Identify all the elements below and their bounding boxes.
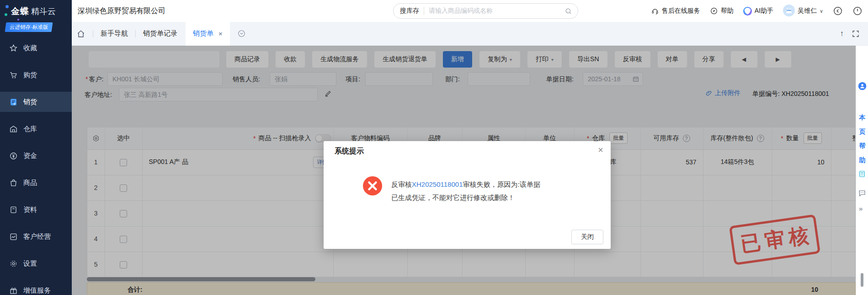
help-strip: 本 页 帮 助 » [856, 46, 868, 295]
warehouse-icon [9, 125, 18, 133]
sidebar-nav: 收藏 购货 销货 仓库 资金 商品 [0, 38, 72, 295]
floating-service-icon[interactable] [857, 81, 867, 93]
search-input[interactable]: 请输入商品编码或名称 [429, 7, 564, 15]
dialog-message: 反审核XH20250118001审核失败，原因为:该单据 已生成凭证，不能对它进… [391, 178, 565, 204]
sidebar-item-purchase[interactable]: 购货 [0, 65, 72, 85]
tab-divider [93, 30, 93, 37]
inventory-search-box[interactable]: 搜库存 请输入商品编码或名称 [393, 3, 578, 19]
expand-icon[interactable] [852, 30, 860, 38]
brand-name-light: 精斗云 [31, 7, 56, 16]
main-content: 商品记录 收款 生成物流服务 生成销货退货单 新增 复制为▾ 打印▾ 导出SN … [72, 46, 868, 295]
help-char: 本 [856, 111, 868, 125]
sidebar-item-goods[interactable]: 商品 [0, 173, 72, 193]
headset-icon [651, 7, 659, 15]
chart-icon [9, 232, 18, 241]
chevron-down-icon: ∨ [820, 8, 823, 14]
home-icon [76, 29, 85, 38]
sidebar-item-label: 销货 [23, 98, 37, 106]
error-icon [362, 176, 383, 196]
sidebar-item-label: 资金 [23, 152, 37, 160]
sidebar-item-label: 购货 [23, 71, 37, 79]
tab-list-dropdown-button[interactable] [237, 29, 246, 38]
dialog-message-line2: 已生成凭证，不能对它进行修改或删除！ [391, 191, 565, 204]
top-actions: 售后在线服务 帮助 AI助手 吴维仁 ∨ [651, 0, 863, 22]
search-icon[interactable] [564, 7, 572, 15]
star-icon [9, 44, 18, 53]
dialog-close-button[interactable]: 关闭 [571, 230, 603, 244]
logo-dot-purple [17, 19, 19, 21]
user-name: 吴维仁 [798, 7, 817, 15]
tabbar-right-tools: ↑ [840, 22, 860, 46]
after-sales-service-button[interactable]: 售后在线服务 [651, 7, 700, 15]
search-scope-label: 搜库存 [400, 7, 424, 15]
gift-icon [9, 286, 18, 295]
back-arrow-icon [833, 6, 843, 16]
brand-name-bold: 金蝶 [11, 6, 29, 16]
sidebar-item-funds[interactable]: 资金 [0, 146, 72, 166]
sidebar-item-label: 仓库 [23, 125, 37, 133]
edition-badge: 云进销存·标准版 [5, 22, 53, 32]
sidebar-item-label: 商品 [23, 179, 37, 187]
help-char: 帮 [856, 139, 868, 153]
logo-dot-blue [5, 5, 9, 8]
sidebar-item-label: 设置 [23, 259, 37, 268]
user-menu[interactable]: 吴维仁 ∨ [783, 5, 823, 18]
help-button[interactable]: 帮助 [710, 7, 734, 15]
chat-bubble-icon [858, 189, 866, 197]
doc-number-link[interactable]: XH20250118001 [412, 180, 463, 188]
app-root: 金蝶精斗云 云进销存·标准版 收藏 购货 销货 仓库 资金 [0, 0, 868, 295]
after-sales-label: 售后在线服务 [662, 7, 700, 15]
dialog-close-icon[interactable]: × [598, 145, 603, 155]
calculator-button[interactable] [858, 170, 866, 180]
sidebar-item-value-added[interactable]: 增值服务 [0, 280, 72, 295]
dialog-message-line1: 反审核XH20250118001审核失败，原因为:该单据 [391, 178, 565, 191]
gear-icon [9, 259, 18, 268]
sidebar-item-customer-ops[interactable]: 客户经营 [0, 227, 72, 247]
cart-icon [9, 71, 18, 79]
ai-assistant-button[interactable]: AI助手 [743, 7, 773, 16]
yen-circle-icon [9, 152, 18, 160]
help-char: 页 [856, 125, 868, 139]
collapse-strip-icon[interactable]: » [859, 205, 863, 212]
sidebar-item-warehouse[interactable]: 仓库 [0, 119, 72, 139]
home-tab-button[interactable] [76, 29, 85, 38]
system-prompt-dialog: 系统提示 × 反审核XH20250118001审核失败，原因为:该单据 已生成凭… [324, 141, 611, 249]
tab-label: 销货单 [193, 29, 213, 38]
sidebar-item-favorites[interactable]: 收藏 [0, 38, 72, 58]
logo-dot-teal [5, 13, 7, 16]
compass-icon [710, 7, 718, 15]
sidebar: 金蝶精斗云 云进销存·标准版 收藏 购货 销货 仓库 资金 [0, 0, 72, 295]
top-bar: 深圳绿色原野贸易有限公司 搜库存 请输入商品编码或名称 售后在线服务 帮助 AI… [72, 0, 868, 22]
collapse-up-icon[interactable]: ↑ [840, 29, 844, 38]
company-name: 深圳绿色原野贸易有限公司 [78, 6, 165, 16]
feedback-chat-button[interactable] [858, 189, 866, 199]
sidebar-item-sales[interactable]: 销货 [0, 92, 72, 112]
dialog-title: 系统提示 [335, 147, 364, 156]
tab-close-icon[interactable]: × [218, 30, 223, 37]
circle-chevron-down-icon [237, 29, 246, 38]
sales-doc-icon [9, 98, 18, 106]
sidebar-item-settings[interactable]: 设置 [0, 253, 72, 274]
calculator-icon [858, 170, 866, 178]
sidebar-item-data[interactable]: 资料 [0, 200, 72, 220]
power-icon [852, 6, 863, 16]
back-button[interactable] [833, 6, 843, 16]
tab-sales-order-list[interactable]: 销货单记录 [143, 29, 177, 38]
page-help-button[interactable]: 本 页 帮 助 [856, 111, 868, 167]
help-label: 帮助 [721, 7, 734, 15]
logout-button[interactable] [852, 6, 863, 16]
tab-divider [135, 30, 136, 37]
vertical-scrollbar[interactable] [861, 273, 863, 287]
tab-bar: 新手导航 销货单记录 销货单 × ↑ [72, 22, 868, 46]
bag-icon [9, 179, 18, 187]
help-char: 助 [856, 153, 868, 167]
ai-assistant-label: AI助手 [755, 7, 773, 15]
sidebar-item-label: 客户经营 [23, 232, 51, 241]
ai-assistant-icon [743, 7, 752, 16]
tab-beginner-guide[interactable]: 新手导航 [101, 29, 128, 38]
tab-sales-order-active[interactable]: 销货单 × [186, 22, 230, 46]
brand-row: 金蝶精斗云 [5, 5, 72, 18]
sidebar-item-label: 收藏 [23, 44, 37, 53]
book-icon [9, 205, 18, 214]
avatar [783, 5, 795, 18]
